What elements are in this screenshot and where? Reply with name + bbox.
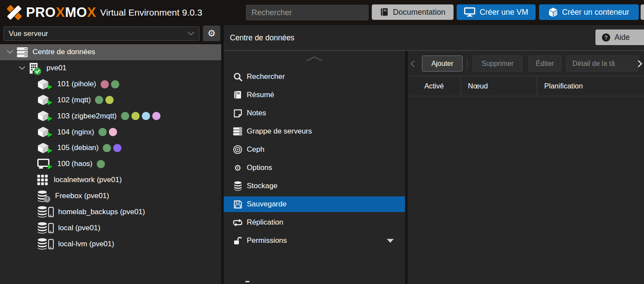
- add-label: Ajouter: [432, 60, 454, 68]
- view-mode-value: Vue serveur: [9, 29, 48, 38]
- tree-item-label: local-lvm (pve01): [58, 240, 114, 248]
- tag-dots: [121, 112, 160, 120]
- menu-item-options[interactable]: ⚙ Options: [224, 160, 405, 176]
- sidebar-settings-button[interactable]: ⚙: [203, 26, 220, 41]
- storage-icon: [37, 238, 54, 250]
- tag-dots: [103, 144, 121, 152]
- scroll-up-button[interactable]: [224, 51, 405, 66]
- play-icon: [47, 100, 53, 105]
- datacenter-icon: [16, 46, 28, 58]
- proxmox-app: PROXMOX Virtual Environment 9.0.3 Docume…: [0, 0, 644, 284]
- documentation-label: Documentation: [393, 8, 445, 17]
- toolbar-scroll-right-icon[interactable]: [638, 60, 642, 67]
- database-icon: [232, 181, 243, 191]
- job-detail-label: Détail de la tâ: [572, 60, 615, 68]
- monitor-icon: [464, 7, 475, 17]
- view-mode-select[interactable]: Vue serveur: [3, 26, 199, 41]
- menu-item-backup[interactable]: Sauvegarde: [224, 196, 405, 212]
- node-online-icon: [29, 62, 39, 74]
- tree-item-label: 102 (mqtt): [57, 96, 91, 104]
- tree-item-label: homelab_backups (pve01): [58, 208, 145, 216]
- menu-item-storage[interactable]: Stockage: [224, 178, 405, 194]
- menu-item-label: Ceph: [247, 145, 265, 154]
- backup-panel: Ajouter Supprimer Éditer Détail de la tâ…: [408, 51, 644, 284]
- column-header-schedule[interactable]: Planification: [537, 76, 644, 96]
- create-vm-button[interactable]: Créer une VM: [457, 4, 536, 20]
- tree-item-label: 105 (debian): [57, 144, 98, 152]
- proxmox-x-mark-icon: [4, 3, 24, 23]
- tree-item-ct-102[interactable]: 102 (mqtt): [0, 92, 221, 108]
- menu-item-permissions[interactable]: Permissions: [224, 233, 405, 248]
- tree-item-ct-101[interactable]: 101 (pihole): [0, 76, 221, 92]
- column-label: Planification: [544, 82, 583, 90]
- tree-item-storage-homelab-backups[interactable]: homelab_backups (pve01): [0, 204, 221, 220]
- menu-item-summary[interactable]: Résumé: [224, 87, 405, 103]
- job-detail-button[interactable]: Détail de la tâ: [566, 55, 638, 72]
- tree-item-ct-104[interactable]: 104 (nginx): [0, 124, 221, 140]
- vm-tag-dot: [105, 96, 114, 104]
- tree-item-ct-103[interactable]: 103 (zigbee2mqtt): [0, 108, 221, 124]
- toolbar-separator: [467, 58, 467, 69]
- tree-item-label: pve01: [46, 64, 66, 72]
- tree-item-label: localnetwork (pve01): [54, 176, 122, 184]
- menu-item-replication[interactable]: Réplication: [224, 215, 405, 230]
- menu-item-label: Rechercher: [247, 72, 285, 81]
- tree-item-vm-100[interactable]: 100 (haos): [0, 156, 221, 172]
- tree-item-storage-local-lvm[interactable]: local-lvm (pve01): [0, 236, 221, 252]
- top-bar: PROXMOX Virtual Environment 9.0.3 Docume…: [0, 0, 644, 25]
- tree-item-datacenter[interactable]: Centre de données: [0, 44, 221, 60]
- tree-item-storage-freebox[interactable]: Freebox (pve01): [0, 188, 221, 204]
- create-container-button[interactable]: Créer un conteneur: [539, 4, 639, 20]
- column-header-enabled[interactable]: Activé: [408, 76, 461, 96]
- status-ok-icon: [34, 68, 41, 75]
- tag-dots: [97, 160, 105, 168]
- menu-item-search[interactable]: Rechercher: [224, 69, 405, 85]
- question-badge-icon: [44, 196, 50, 202]
- add-button[interactable]: Ajouter: [422, 55, 463, 72]
- vm-tag-dot: [152, 112, 160, 120]
- help-label: Aide: [615, 33, 630, 42]
- container-running-icon: [37, 79, 49, 90]
- storage-unknown-icon: [37, 190, 47, 202]
- column-header-node[interactable]: Nœud: [461, 76, 537, 96]
- tree-item-label: 103 (zigbee2mqtt): [57, 112, 117, 121]
- replication-icon: [232, 219, 243, 226]
- menu-item-cluster[interactable]: Grappe de serveurs: [224, 124, 405, 139]
- book-icon: [232, 91, 243, 99]
- menu-item-label: Sauvegarde: [247, 200, 287, 209]
- menu-item-notes[interactable]: Notes: [224, 105, 405, 121]
- tree-item-storage-local[interactable]: local (pve01): [0, 220, 221, 236]
- vm-tag-dot: [131, 112, 140, 120]
- tree-item-ct-105[interactable]: 105 (debian): [0, 140, 221, 156]
- container-running-icon: [37, 127, 49, 137]
- documentation-button[interactable]: Documentation: [372, 4, 454, 20]
- global-search-input[interactable]: [246, 5, 369, 20]
- tree-item-node-pve01[interactable]: pve01: [0, 60, 221, 76]
- proxmox-logo[interactable]: PROXMOX Virtual Environment 9.0.3: [4, 3, 202, 23]
- tree-item-label: Freebox (pve01): [55, 192, 109, 200]
- vm-tag-dot: [142, 112, 150, 120]
- caret-down-icon[interactable]: [7, 50, 13, 54]
- menu-item-label: Options: [247, 163, 272, 172]
- tree-item-sdn-localnetwork[interactable]: localnetwork (pve01): [0, 172, 221, 188]
- help-button[interactable]: Aide: [595, 29, 644, 45]
- edit-button[interactable]: Éditer: [528, 55, 562, 72]
- menu-item-label: Résumé: [247, 91, 274, 99]
- question-circle-icon: [602, 33, 611, 42]
- expand-caret-icon[interactable]: [387, 239, 394, 243]
- network-grid-icon: [37, 175, 48, 185]
- note-icon: [232, 109, 243, 118]
- tree-item-label: Centre de données: [33, 48, 95, 56]
- remove-button[interactable]: Supprimer: [473, 55, 523, 72]
- toolbar-scroll-left-icon[interactable]: [410, 60, 415, 67]
- tree-item-label: 101 (pihole): [57, 80, 96, 88]
- menu-item-label: Notes: [247, 109, 266, 118]
- caret-down-icon[interactable]: [19, 66, 25, 70]
- backup-table-header: Activé Nœud Planification: [408, 76, 644, 96]
- server-stack-icon: [232, 127, 243, 136]
- storage-icon: [37, 222, 54, 234]
- menu-item-ceph[interactable]: Ceph: [224, 142, 405, 157]
- partial-button[interactable]: [641, 4, 644, 20]
- tree-item-label: local (pve01): [58, 224, 100, 232]
- gear-icon: ⚙: [232, 163, 243, 173]
